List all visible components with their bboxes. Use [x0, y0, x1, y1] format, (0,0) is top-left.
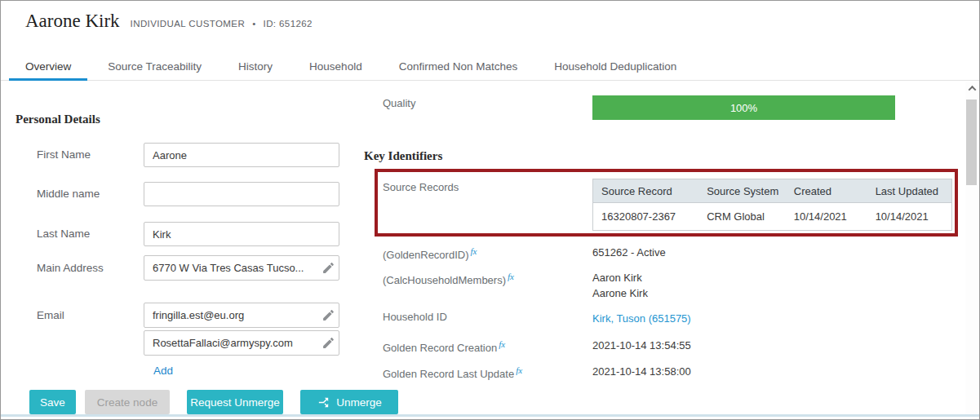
- edit-main-address-button[interactable]: [317, 256, 339, 280]
- tab-overview[interactable]: Overview: [9, 53, 87, 80]
- col-last-updated: Last Updated: [867, 179, 952, 203]
- meta-separator-dot: •: [252, 19, 255, 29]
- last-name-label: Last Name: [37, 228, 90, 241]
- golden-record-last-update-value: 2021-10-14 13:58:00: [592, 364, 691, 379]
- golden-record-creation-label: Golden Record Creationfx: [383, 338, 505, 355]
- scroll-up-button[interactable]: [965, 82, 978, 95]
- calc-household-members-value: Aaron Kirk Aarone Kirk: [592, 270, 648, 301]
- edit-email-1-button[interactable]: [317, 303, 339, 327]
- cell-created: 10/14/2021: [786, 203, 867, 231]
- main-address-label: Main Address: [37, 262, 104, 275]
- pencil-icon: [321, 336, 335, 350]
- email-field-1: [144, 303, 339, 328]
- request-unmerge-button[interactable]: Request Unmerge: [187, 390, 283, 414]
- record-header: Aarone Kirk INDIVIDUAL CUSTOMER • ID: 65…: [25, 11, 313, 32]
- tab-household[interactable]: Household: [293, 53, 379, 80]
- email-field-2: [144, 330, 339, 356]
- record-id: ID: 651262: [264, 19, 313, 29]
- fx-function-icon: fx: [471, 246, 477, 256]
- main-address-field: [144, 255, 339, 281]
- household-record-link[interactable]: Kirk, Tuson (651575): [592, 312, 691, 325]
- email-input-1[interactable]: [144, 303, 317, 327]
- quality-progress-value: 100%: [730, 102, 757, 114]
- tab-household-deduplication[interactable]: Household Deduplication: [538, 53, 693, 80]
- add-email-link[interactable]: Add: [153, 365, 173, 377]
- household-member-2: Aarone Kirk: [592, 285, 648, 301]
- fx-function-icon: fx: [516, 365, 522, 375]
- household-id-label: Household ID: [383, 311, 447, 324]
- col-created: Created: [786, 179, 867, 203]
- scrollbar-thumb[interactable]: [966, 99, 977, 185]
- fx-function-icon: fx: [499, 339, 505, 349]
- golden-record-creation-value: 2021-10-14 13:54:55: [592, 338, 691, 353]
- last-name-input[interactable]: [144, 222, 339, 246]
- cell-last-updated: 10/14/2021: [867, 203, 952, 231]
- household-id-value: Kirk, Tuson (651575): [592, 311, 691, 326]
- unmerge-split-icon: [317, 396, 330, 409]
- record-meta: INDIVIDUAL CUSTOMER • ID: 651262: [131, 19, 313, 29]
- pencil-icon: [321, 308, 335, 322]
- key-identifiers-heading: Key Identifiers: [364, 149, 442, 163]
- unmerge-button[interactable]: Unmerge: [300, 390, 398, 414]
- customer-record-page: Aarone Kirk INDIVIDUAL CUSTOMER • ID: 65…: [0, 0, 980, 420]
- tab-confirmed-non-matches[interactable]: Confirmed Non Matches: [383, 53, 534, 80]
- tab-bar: Overview Source Traceability History Hou…: [1, 53, 979, 81]
- cell-source-record: 16320807-2367: [593, 203, 699, 231]
- create-node-button[interactable]: Create node: [85, 390, 170, 414]
- personal-details-heading: Personal Details: [16, 113, 100, 126]
- fx-function-icon: fx: [508, 272, 514, 281]
- cell-source-system: CRM Global: [698, 203, 786, 231]
- pencil-icon: [321, 261, 335, 275]
- quality-label: Quality: [383, 97, 415, 110]
- source-records-header-row: Source Record Source System Created Last…: [593, 179, 952, 203]
- calc-household-members-label: (CalcHouseholdMembers)fx: [383, 270, 514, 287]
- record-content: Personal Details First Name Middle name …: [1, 81, 979, 419]
- tab-history[interactable]: History: [222, 53, 289, 80]
- email-input-2[interactable]: [144, 331, 317, 355]
- quality-progress-bar: 100%: [592, 95, 895, 120]
- unmerge-button-label: Unmerge: [336, 396, 382, 409]
- email-label: Email: [37, 309, 64, 322]
- tab-source-traceability[interactable]: Source Traceability: [91, 53, 218, 80]
- first-name-label: First Name: [37, 148, 91, 161]
- chevron-up-icon: [968, 85, 976, 93]
- source-records-label: Source Records: [383, 181, 459, 194]
- col-source-system: Source System: [698, 179, 786, 203]
- middle-name-label: Middle name: [37, 188, 100, 201]
- save-button[interactable]: Save: [29, 390, 76, 414]
- record-type-label: INDIVIDUAL CUSTOMER: [131, 19, 246, 29]
- page-title: Aarone Kirk: [25, 11, 120, 32]
- horizontal-scrollbar[interactable]: [1, 414, 979, 417]
- vertical-scrollbar[interactable]: [965, 82, 978, 414]
- source-records-table: Source Record Source System Created Last…: [592, 179, 952, 231]
- golden-record-id-label: (GoldenRecordID)fx: [383, 245, 477, 262]
- household-member-1: Aaron Kirk: [592, 270, 648, 285]
- main-address-input[interactable]: [144, 256, 317, 280]
- col-source-record: Source Record: [593, 179, 699, 203]
- edit-email-2-button[interactable]: [317, 331, 339, 355]
- golden-record-id-value: 651262 - Active: [592, 245, 666, 260]
- table-row[interactable]: 16320807-2367 CRM Global 10/14/2021 10/1…: [593, 203, 952, 231]
- first-name-input[interactable]: [144, 143, 339, 167]
- golden-record-last-update-label: Golden Record Last Updatefx: [383, 364, 522, 381]
- middle-name-input[interactable]: [144, 182, 339, 206]
